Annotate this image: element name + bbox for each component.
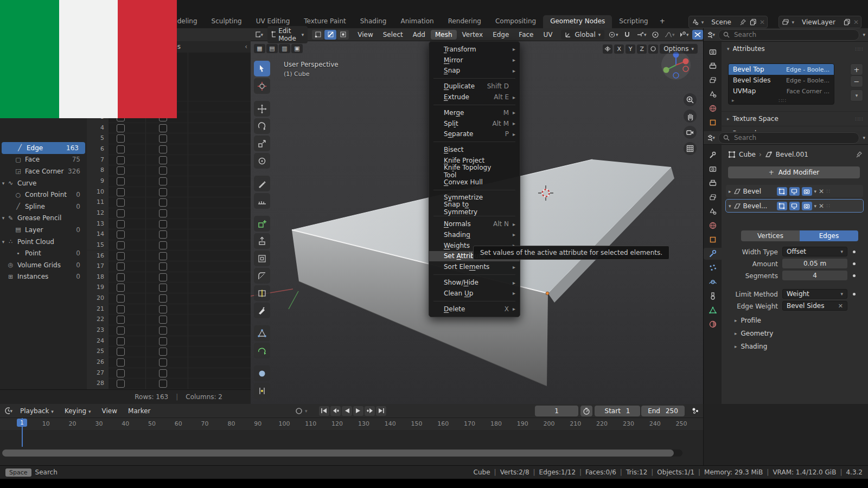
expand-icon[interactable]: ▸ bbox=[729, 189, 731, 194]
bool-checkbox[interactable] bbox=[159, 380, 167, 388]
timeline-ruler[interactable]: 1020304050607080901001101201301401501601… bbox=[0, 418, 703, 431]
current-frame-field[interactable]: 1 bbox=[535, 406, 578, 416]
new-scene-icon[interactable] bbox=[749, 18, 757, 26]
tree-item-grease-pencil[interactable]: ▾✎Grease Pencil bbox=[0, 213, 87, 224]
bool-checkbox[interactable] bbox=[159, 273, 167, 281]
add-modifier-button[interactable]: +Add Modifier bbox=[728, 166, 860, 178]
bool-checkbox[interactable] bbox=[117, 369, 125, 377]
editor-type-icon[interactable]: ▾ bbox=[4, 407, 12, 415]
properties-tab-world[interactable] bbox=[704, 102, 722, 114]
viewport-corner-toggle-3[interactable]: ▥ bbox=[279, 44, 290, 53]
toolbar-smooth-tool[interactable] bbox=[254, 365, 270, 381]
mirror-axis-z[interactable]: Z bbox=[637, 44, 647, 54]
bool-checkbox[interactable] bbox=[117, 124, 125, 132]
bool-checkbox[interactable] bbox=[159, 220, 167, 228]
search-input[interactable] bbox=[733, 30, 800, 39]
properties-tab-modifiers[interactable] bbox=[704, 248, 722, 260]
bool-checkbox[interactable] bbox=[117, 166, 125, 175]
viewport-menu-edge[interactable]: Edge bbox=[488, 30, 513, 40]
bool-checkbox[interactable] bbox=[159, 134, 167, 143]
properties-tab-output[interactable] bbox=[704, 60, 722, 72]
modifier-row-2[interactable]: ▾Bevel...▾✕∷ bbox=[726, 200, 863, 212]
toolbar-inset-tool[interactable] bbox=[254, 251, 270, 266]
next-keyframe-button[interactable] bbox=[365, 406, 375, 416]
properties-tab-particles[interactable] bbox=[704, 262, 722, 274]
timeline-menu-keying[interactable]: Keying ▾ bbox=[60, 406, 95, 416]
bool-checkbox[interactable] bbox=[117, 220, 125, 228]
filter-dropdown-icon[interactable]: ▾ bbox=[863, 135, 865, 140]
snap-target-dropdown[interactable]: ▾ bbox=[636, 30, 647, 40]
snap-toggle-icon[interactable] bbox=[622, 30, 633, 40]
menu-item-knife-topology-tool[interactable]: Knife Topology Tool bbox=[429, 166, 520, 177]
menu-item-show-hide[interactable]: Show/Hide▸ bbox=[429, 277, 520, 288]
menu-item-separate[interactable]: SeparateP▸ bbox=[429, 129, 520, 140]
properties-tab-render[interactable] bbox=[704, 163, 722, 175]
menu-item-normals[interactable]: NormalsAlt N▸ bbox=[429, 219, 520, 229]
frame-start-field[interactable]: Start1 bbox=[595, 406, 640, 416]
current-frame-marker[interactable]: 1 bbox=[17, 419, 27, 427]
scene-selector[interactable]: ▾ Scene ✕ bbox=[688, 16, 768, 28]
add-workspace-button[interactable]: + bbox=[655, 15, 669, 28]
tree-item-curve[interactable]: ▾∿Curve bbox=[0, 177, 87, 189]
editor-type-icon[interactable]: ▾ bbox=[707, 134, 715, 142]
snap-state-icon[interactable] bbox=[648, 44, 658, 54]
tree-item-control-point[interactable]: ○Control Point0 bbox=[0, 189, 87, 201]
tree-item-face[interactable]: ▢Face75 bbox=[0, 154, 87, 166]
editor-type-icon[interactable]: ▾ bbox=[255, 30, 263, 38]
modifier-drag-grip[interactable]: ∷ bbox=[826, 188, 830, 194]
viewport-corner-toggle-4[interactable]: ▣ bbox=[291, 44, 303, 53]
tree-item-face-corner[interactable]: ◲Face Corner326 bbox=[0, 165, 87, 177]
tab-rendering[interactable]: Rendering bbox=[441, 15, 488, 28]
bool-checkbox[interactable] bbox=[159, 177, 167, 185]
menu-item-delete[interactable]: DeleteX▸ bbox=[429, 304, 520, 314]
edge-weight-field[interactable]: Bevel Sides✕ bbox=[782, 301, 847, 311]
pivot-point-dropdown[interactable]: ▾ bbox=[608, 30, 618, 40]
viewport-corner-toggle-2[interactable]: ▤ bbox=[266, 44, 278, 53]
modifier-name[interactable]: Bevel... bbox=[743, 202, 775, 210]
modifier-drag-grip[interactable]: ∷ bbox=[826, 203, 830, 209]
filter-dropdown-icon[interactable]: ▾ bbox=[863, 32, 865, 37]
toolbar-measure-tool[interactable] bbox=[254, 193, 270, 209]
attribute-specials-button[interactable]: ▾ bbox=[850, 89, 863, 101]
bool-checkbox[interactable] bbox=[117, 198, 125, 207]
toolbar-loop-cut-tool[interactable] bbox=[254, 285, 270, 301]
attribute-row-bevel-sides[interactable]: Bevel SidesEdge - Boole... bbox=[729, 75, 834, 86]
bool-checkbox[interactable] bbox=[159, 326, 167, 335]
segments-slider[interactable]: 4 bbox=[782, 271, 847, 280]
tab-geometry-nodes[interactable]: Geometry Nodes bbox=[543, 15, 612, 28]
timeline-menu-playback[interactable]: Playback ▾ bbox=[16, 406, 58, 416]
viewport-corner-toggle-1[interactable]: ▦ bbox=[254, 44, 265, 53]
modifier-extras-dropdown[interactable]: ▾ bbox=[814, 203, 817, 209]
zoom-icon[interactable] bbox=[684, 93, 697, 106]
tree-item-point[interactable]: •Point0 bbox=[0, 247, 87, 259]
edit-mode-toggle[interactable] bbox=[777, 187, 787, 196]
bool-checkbox[interactable] bbox=[159, 358, 167, 367]
xray-toggle[interactable] bbox=[692, 30, 703, 40]
expand-icon[interactable]: ▸ bbox=[732, 98, 735, 103]
show-gizmo-dropdown[interactable]: ▾ bbox=[678, 30, 689, 40]
mirror-axis-y[interactable]: Y bbox=[626, 44, 635, 54]
viewport-menu-add[interactable]: Add bbox=[409, 30, 430, 40]
bool-checkbox[interactable] bbox=[159, 156, 167, 164]
tab-shading[interactable]: Shading bbox=[353, 15, 394, 28]
amount-slider[interactable]: 0.05 m bbox=[782, 259, 847, 268]
collapse-icon[interactable]: ▾ bbox=[0, 181, 7, 186]
bool-checkbox[interactable] bbox=[117, 230, 125, 239]
attribute-row-uvmap[interactable]: UVMapFace Corner ... bbox=[729, 86, 834, 97]
panel-grip[interactable]: ∷∷ bbox=[855, 46, 863, 52]
stopwatch-icon[interactable] bbox=[580, 406, 592, 416]
texture-space-panel-header[interactable]: ▸Texture Space∷∷ bbox=[722, 111, 868, 126]
properties-tab-view-layer[interactable] bbox=[704, 191, 722, 203]
menu-item-convex-hull[interactable]: Convex Hull bbox=[429, 177, 520, 188]
orientation-dropdown[interactable]: Global▾ bbox=[561, 30, 604, 40]
limit-method-dropdown[interactable]: Weight▾ bbox=[782, 289, 847, 299]
properties-tab-physics[interactable] bbox=[704, 276, 722, 288]
collapse-icon[interactable]: ▾ bbox=[729, 203, 731, 209]
subpanel-profile[interactable]: ▸Profile bbox=[729, 314, 863, 327]
bool-checkbox[interactable] bbox=[159, 337, 167, 345]
navigation-gizmo[interactable] bbox=[661, 50, 691, 80]
bool-checkbox[interactable] bbox=[159, 305, 167, 313]
edit-mode-toggle[interactable] bbox=[777, 202, 787, 210]
bool-checkbox[interactable] bbox=[159, 262, 167, 271]
new-view-layer-icon[interactable] bbox=[843, 18, 851, 26]
